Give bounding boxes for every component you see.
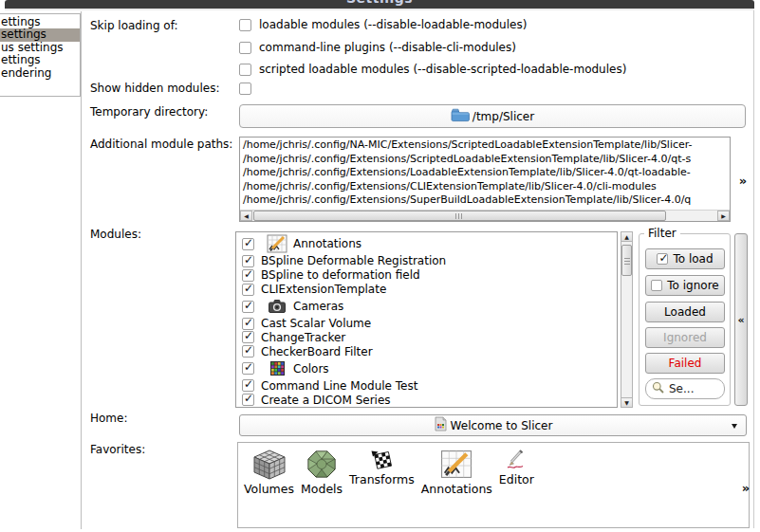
show-hidden-checkbox[interactable] [239,83,251,95]
module-row[interactable]: CheckerBoard Filter [236,344,617,358]
pane-separator [81,11,82,529]
module-checkbox[interactable] [242,345,254,358]
scroll-right-icon[interactable]: ▶ [717,211,730,221]
paths-hscrollbar[interactable]: ◀ ▶ [240,210,730,221]
path-line[interactable]: /home/jchris/.config/Extensions/Loadable… [243,166,730,180]
path-line[interactable]: /home/jchris/.config/Extensions/SuperBui… [243,193,730,208]
module-checkbox[interactable] [242,362,254,375]
to-ignore-toggle[interactable]: To ignore [645,275,725,296]
module-search-input[interactable]: Se... [645,378,725,399]
sidebar-item[interactable]: us settings [0,42,80,54]
editor-icon [505,447,528,472]
volumes-icon [252,447,287,482]
to-ignore-checkbox[interactable] [651,280,662,291]
favorites-box: Volumes Models [237,442,750,528]
settings-dialog: Settings ettings settings us settings et… [0,0,760,532]
titlebar[interactable]: Settings [5,0,754,9]
sidebar-item[interactable]: endering [0,67,80,80]
ignored-label: Ignored [663,331,707,344]
models-icon [306,447,338,482]
module-row[interactable]: Create a DICOM Series [236,393,617,407]
window-right-border [753,10,754,528]
skip-option-row: scripted loadable modules (--disable-scr… [239,63,626,76]
module-row[interactable]: BSpline Deformable Registration [236,254,617,268]
path-line[interactable]: /home/jchris/.config/Extensions/Scripted… [243,153,730,167]
module-row[interactable]: BSpline to deformation field [236,268,617,283]
loadable-modules-label: loadable modules (--disable-loadable-mod… [259,18,527,31]
favorite-item-transforms[interactable]: Transforms [349,447,415,486]
sidebar-item-selected[interactable]: settings [0,28,80,41]
favorite-item-editor[interactable]: Editor [499,447,534,486]
ignored-button: Ignored [645,327,725,348]
camera-icon [266,300,288,313]
temporary-directory-button[interactable]: /tmp/Slicer [239,104,746,128]
module-checkbox[interactable] [242,269,254,282]
folder-icon [451,108,470,125]
path-line[interactable]: /home/jchris/.config/NA-MIC/Extensions/S… [243,138,730,153]
module-row[interactable]: Cast Scalar Volume [236,317,617,331]
modules-scroll-thumb[interactable] [621,245,632,276]
module-checkbox[interactable] [242,394,254,406]
sidebar-item[interactable]: ettings [0,16,80,28]
module-checkbox[interactable] [242,301,254,313]
module-label: ChangeTracker [261,331,345,344]
modules-vscrollbar[interactable]: ▲ ▼ [621,231,633,408]
favorite-label: Models [301,482,343,496]
module-row[interactable]: Colors [236,358,617,378]
paths-expand-button[interactable]: » [732,172,753,189]
transforms-icon [370,447,393,472]
home-label: Home: [90,412,127,425]
favorites-label: Favorites: [90,443,145,456]
module-row[interactable]: CLIExtensionTemplate [236,283,617,297]
module-checkbox[interactable] [242,379,254,392]
scripted-modules-checkbox[interactable] [239,64,251,76]
failed-button[interactable]: Failed [645,353,725,374]
module-checkbox[interactable] [242,255,254,267]
favorite-item-models[interactable]: Models [301,447,343,496]
combobox-arrow-icon [732,424,737,429]
module-checkbox[interactable] [242,318,254,330]
path-line[interactable]: /home/jchris/.config/Extensions/CLIExten… [243,180,730,194]
colors-icon [266,361,288,376]
favorites-expand-button[interactable]: » [736,479,755,496]
module-checkbox[interactable] [242,238,254,250]
search-text: Se... [669,382,694,395]
module-row[interactable]: Cameras [236,297,617,317]
cli-plugins-label: command-line plugins (--disable-cli-modu… [259,41,516,54]
module-label: CheckerBoard Filter [261,345,373,358]
skip-option-row: command-line plugins (--disable-cli-modu… [239,41,516,54]
collapse-panel-button[interactable]: « [734,233,748,406]
skip-loading-label: Skip loading of: [90,19,178,32]
scroll-up-icon[interactable]: ▲ [621,231,633,242]
temporary-directory-label: Temporary directory: [90,105,208,119]
to-ignore-label: To ignore [667,279,718,292]
home-combobox[interactable]: Welcome to Slicer [239,414,747,436]
module-label: Command Line Module Test [261,379,417,393]
module-checkbox[interactable] [242,331,254,343]
module-row[interactable]: Annotations [236,234,617,254]
sidebar-item[interactable]: ettings [0,54,80,66]
cli-plugins-checkbox[interactable] [239,42,251,54]
module-row[interactable]: Command Line Module Test [236,378,617,393]
to-load-checkbox[interactable] [657,253,668,265]
chevron-double-left-icon: « [737,314,744,326]
favorite-item-volumes[interactable]: Volumes [244,447,294,496]
loaded-button[interactable]: Loaded [645,302,725,322]
module-label: Cameras [293,300,343,313]
additional-module-paths-label: Additional module paths: [90,138,232,151]
scroll-left-icon[interactable]: ◀ [240,211,252,221]
module-checkbox[interactable] [242,284,254,296]
modules-label: Modules: [90,228,141,241]
module-label: Annotations [293,237,361,250]
paths-scroll-thumb[interactable] [253,211,666,221]
to-load-toggle[interactable]: To load [645,248,725,269]
scroll-grip [455,213,464,219]
to-load-label: To load [673,252,713,266]
modules-list[interactable]: Annotations BSpline Deformable Registrat… [235,231,618,408]
module-label: Colors [293,362,329,376]
favorite-label: Volumes [244,482,294,496]
favorite-item-annotations[interactable]: Annotations [421,447,492,496]
scroll-down-icon[interactable]: ▼ [621,397,633,408]
module-row[interactable]: ChangeTracker [236,330,617,344]
loadable-modules-checkbox[interactable] [239,19,251,31]
